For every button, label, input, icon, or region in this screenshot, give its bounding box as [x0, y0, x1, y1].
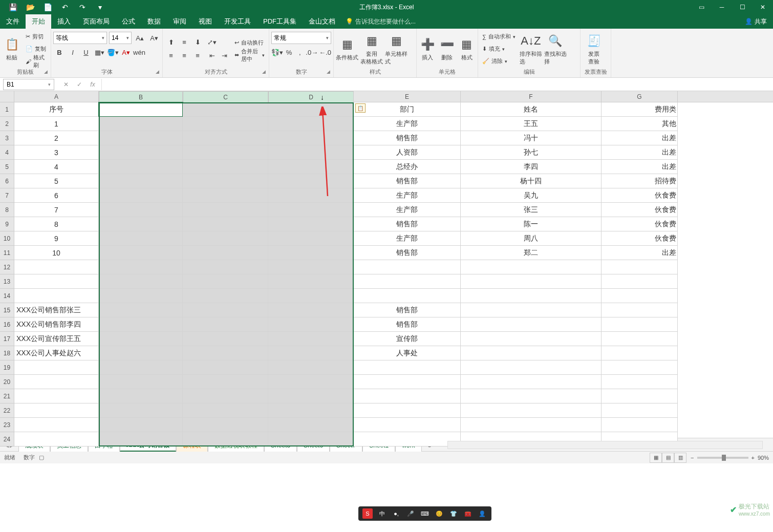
cell[interactable] [461, 289, 602, 303]
cell[interactable] [354, 403, 461, 418]
cell[interactable] [183, 174, 268, 188]
tab-file[interactable]: 文件 [0, 14, 26, 29]
cell[interactable] [461, 317, 602, 332]
cell[interactable] [99, 188, 183, 203]
cell[interactable]: 人资部 [354, 145, 461, 160]
underline-button[interactable]: U [80, 46, 92, 58]
paste-button[interactable]: 📋 粘贴 [2, 31, 22, 68]
ribbon-display-icon[interactable]: ▭ [691, 0, 712, 14]
tab-pdf[interactable]: PDF工具集 [257, 14, 303, 29]
cell[interactable]: 费用类 [602, 102, 678, 117]
cell[interactable] [183, 217, 268, 231]
cell[interactable] [461, 375, 602, 389]
cell[interactable]: 10 [14, 246, 99, 260]
format-painter-button[interactable]: 🖌格式刷 [24, 56, 49, 67]
cell[interactable]: 销售部 [354, 317, 461, 332]
cell[interactable] [602, 418, 678, 432]
cell[interactable] [461, 360, 602, 375]
cell[interactable]: 部门 [354, 102, 461, 117]
table-format-button[interactable]: ▦套用 表格格式 [360, 31, 383, 68]
cell[interactable] [602, 303, 678, 317]
percent-icon[interactable]: % [284, 46, 294, 58]
row-header[interactable]: 13 [0, 274, 14, 289]
cell[interactable] [14, 289, 99, 303]
page-break-icon[interactable]: ▥ [674, 453, 686, 463]
row-header[interactable]: 22 [0, 403, 14, 418]
cell[interactable]: 杨十四 [461, 174, 602, 188]
cell[interactable] [461, 332, 602, 346]
cell[interactable] [99, 432, 183, 446]
cell[interactable] [183, 188, 268, 203]
name-box[interactable]: B1▾ [3, 79, 54, 90]
cell[interactable] [99, 375, 183, 389]
delete-cells-button[interactable]: ➖删除 [438, 31, 456, 68]
cell[interactable] [99, 145, 183, 160]
find-select-button[interactable]: 🔍查找和选择 [544, 31, 567, 68]
cell[interactable] [183, 360, 268, 375]
tell-me[interactable]: 💡告诉我您想要做什么... [346, 17, 416, 26]
cell[interactable] [183, 389, 268, 403]
cell[interactable] [183, 117, 268, 131]
cell[interactable] [461, 303, 602, 317]
cell[interactable] [183, 317, 268, 332]
cell[interactable]: 销售部 [354, 303, 461, 317]
tab-review[interactable]: 审阅 [167, 14, 192, 29]
cell[interactable] [602, 289, 678, 303]
cell[interactable] [354, 360, 461, 375]
row-header[interactable]: 10 [0, 231, 14, 246]
merge-center-button[interactable]: ⬌合并后居中▾ [232, 50, 267, 61]
cell-style-button[interactable]: ▦单元格样式 [385, 31, 407, 68]
tab-view[interactable]: 视图 [192, 14, 218, 29]
cell[interactable] [268, 203, 354, 217]
cell[interactable] [183, 289, 268, 303]
cut-button[interactable]: ✂剪切 [24, 31, 49, 42]
cell[interactable] [183, 274, 268, 289]
decrease-decimal-icon[interactable]: ←.0 [319, 46, 331, 58]
row-header[interactable]: 17 [0, 332, 14, 346]
tab-wps[interactable]: 金山文档 [303, 14, 341, 29]
decrease-font-icon[interactable]: A▾ [148, 32, 160, 44]
cell[interactable]: 生产部 [354, 117, 461, 131]
dialog-launcher-icon[interactable]: ◢ [156, 69, 159, 74]
cell[interactable] [268, 160, 354, 174]
cell[interactable] [14, 432, 99, 446]
cell[interactable]: 王五 [461, 117, 602, 131]
row-header[interactable]: 6 [0, 174, 14, 188]
cell[interactable]: 招待费 [602, 174, 678, 188]
cell[interactable] [99, 174, 183, 188]
row-header[interactable]: 3 [0, 131, 14, 145]
cell[interactable]: 6 [14, 188, 99, 203]
cell[interactable] [602, 317, 678, 332]
format-cells-button[interactable]: ▦格式 [458, 31, 476, 68]
cell[interactable] [183, 375, 268, 389]
cell[interactable] [183, 418, 268, 432]
cell[interactable] [99, 231, 183, 246]
paste-options-icon[interactable]: 📋 [355, 103, 366, 113]
cell[interactable]: XXX公司宣传部王五 [14, 332, 99, 346]
insert-cells-button[interactable]: ➕插入 [419, 31, 436, 68]
cell[interactable] [268, 246, 354, 260]
cell[interactable]: 1 [14, 117, 99, 131]
row-header[interactable]: 23 [0, 418, 14, 432]
qat-open[interactable]: 📂 [22, 0, 39, 14]
minimize-button[interactable]: ─ [712, 0, 732, 14]
cell[interactable] [602, 346, 678, 360]
ime-keyboard-icon[interactable]: ⌨ [420, 508, 430, 519]
currency-icon[interactable]: 💱▾ [271, 46, 283, 58]
clear-button[interactable]: 🧹清除▾ [480, 56, 518, 67]
cell[interactable] [602, 360, 678, 375]
cell[interactable] [14, 360, 99, 375]
cell[interactable]: 出差 [602, 131, 678, 145]
row-header[interactable]: 8 [0, 203, 14, 217]
align-middle-icon[interactable]: ≡ [178, 36, 190, 49]
align-right-icon[interactable]: ≡ [191, 50, 204, 62]
cell[interactable]: 8 [14, 217, 99, 231]
ime-emoji-icon[interactable]: 😊 [434, 508, 444, 519]
cell[interactable]: 李四 [461, 160, 602, 174]
cell[interactable] [354, 260, 461, 274]
cell[interactable] [99, 217, 183, 231]
row-header[interactable]: 18 [0, 346, 14, 360]
column-header-G[interactable]: G [602, 91, 678, 102]
cell[interactable] [99, 102, 183, 117]
column-header-A[interactable]: A [14, 91, 99, 102]
